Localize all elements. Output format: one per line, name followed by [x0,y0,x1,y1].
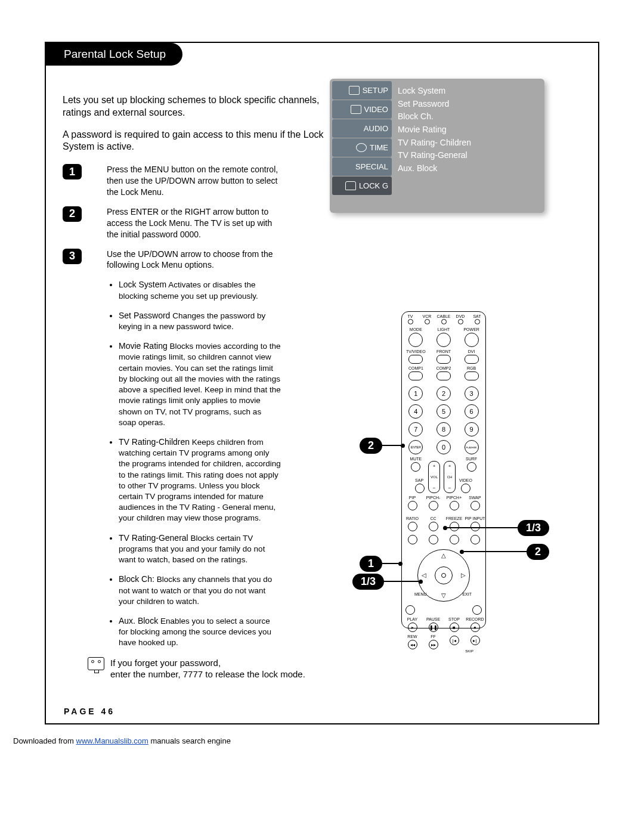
osd-item: Aux. Block [398,162,538,175]
intro-p2: A password is required to gain access to… [63,129,343,154]
manualslib-link[interactable]: www.Manualslib.com [76,736,148,745]
step-number: 2 [63,206,82,222]
stop-button: ■ [450,623,459,632]
lock-icon [345,181,356,190]
num-9: 9 [465,422,479,436]
list-item: Block Ch: Blocks any channels that you d… [119,574,281,607]
list-item: TV Rating-General Blocks certain TV prog… [119,532,281,566]
osd-items: Lock System Set Password Block Ch. Movie… [392,79,544,213]
remote-top-row: TV VCR CABLE DVD SAT [402,314,485,325]
callout-1-menu: 1 [360,555,402,572]
osd-tab-audio: AUDIO [332,119,392,138]
light-button [436,333,451,347]
skip-fwd-button: ▸| [470,636,480,645]
num-7: 7 [408,422,423,436]
step-number: 3 [63,249,82,264]
arrow-right-icon: ▷ [461,572,466,578]
clock-icon [356,143,367,152]
wrench-icon [349,86,360,95]
dpad-ok [435,566,453,584]
page-number: PAGE 46 [64,707,115,716]
callout-1-3-up: 1/3 [443,519,549,537]
osd-tab-lock: LOCK G [332,176,392,195]
osd-item: TV Rating-General [398,149,538,162]
arrow-up-icon: △ [441,552,446,559]
num-4: 4 [408,404,423,419]
tv-icon [88,657,104,670]
osd-item: Set Password [398,98,538,111]
pause-button: ❚❚ [429,623,438,632]
num-8: 8 [436,422,451,436]
step-3: 3 Use the UP/DOWN arrow to choose from t… [63,249,581,271]
exit-button [472,605,482,615]
step-number: 1 [63,164,82,179]
callout-2-right: 2 [460,543,549,561]
enter-button: ENTER [408,440,423,454]
intro-block: Lets you set up blocking schemes to bloc… [63,94,343,153]
skip-back-button: |◂ [450,636,459,645]
osd-menu: SETUP VIDEO AUDIO TIME SPECIAL LOCK G Lo… [330,79,544,213]
osd-item: Movie Rating [398,123,538,137]
osd-tab-setup: SETUP [332,81,392,100]
power-button [465,333,479,347]
intro-p1: Lets you set up blocking schemes to bloc… [63,94,343,119]
page-frame: Parental Lock Setup Lets you set up bloc… [45,42,599,724]
list-item: TV Rating-Children Keeps children from w… [119,436,281,524]
step-text: Use the UP/DOWN arrow to choose from the… [107,249,280,271]
callout-2-enter: 2 [360,436,405,454]
arrow-down-icon: ▽ [441,592,446,599]
flashback-button: FLASHBK [465,440,479,454]
list-item: Movie Rating Blocks movies according to … [119,340,281,428]
mode-button [408,333,423,347]
menu-label: MENU [414,592,427,596]
vol-rocker: +VOL− [428,461,440,493]
screen-icon [351,105,361,114]
num-6: 6 [465,404,479,419]
callout-1-3-down: 1/3 [352,572,423,590]
ch-rocker: +CH− [444,461,456,493]
osd-item: Block Ch. [398,110,538,123]
osd-tab-video: VIDEO [332,100,392,119]
play-button: ▸ [408,623,417,632]
menu-button [405,605,415,615]
exit-label: EXIT [462,592,472,596]
remote-diagram: TV VCR CABLE DVD SAT MODE LIGHT POWER TV… [324,311,550,645]
list-item: Lock System Activates or disables the bl… [119,279,281,301]
num-5: 5 [436,404,451,419]
osd-tabs: SETUP VIDEO AUDIO TIME SPECIAL LOCK G [330,79,392,213]
list-item: Aux. Block Enables you to select a sourc… [119,615,281,649]
password-note: If you forget your password, enter the n… [88,657,581,680]
num-0: 0 [436,440,451,454]
record-button: ● [470,623,480,632]
osd-tab-time: TIME [332,138,392,157]
lock-options-list: Lock System Activates or disables the bl… [107,279,281,648]
note-text: If you forget your password, enter the n… [110,657,305,680]
osd-tab-special: SPECIAL [332,157,392,176]
num-2: 2 [436,386,451,401]
page-title: Parental Lock Setup [46,43,182,66]
list-item: Set Password Changes the password by key… [119,310,281,332]
ff-button: ▸▸ [429,640,438,649]
rewind-button: ◂◂ [408,640,417,649]
osd-item: TV Rating- Children [398,137,538,150]
step-text: Press the MENU button on the remote cont… [107,164,280,198]
download-footer: Downloaded from www.Manualslib.com manua… [13,736,644,745]
osd-item: Lock System [398,85,538,98]
num-3: 3 [465,386,479,401]
num-1: 1 [408,386,423,401]
step-text: Press ENTER or the RIGHT arrow button to… [107,206,280,240]
